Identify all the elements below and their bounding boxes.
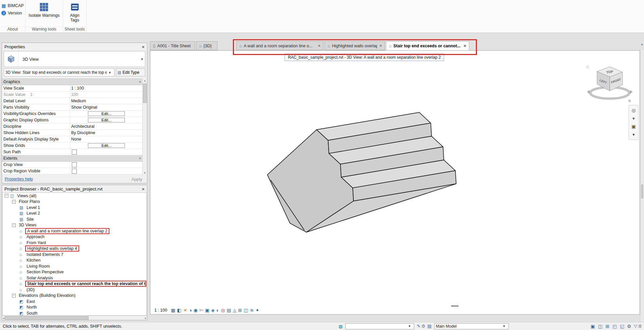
tree-item-a-wall-and-a-room-separation-line-overlap-2[interactable]: ⌂A wall and a room separation line overl… (3, 228, 146, 234)
section-header-extents[interactable]: Extents« (2, 155, 143, 162)
edit-button-graphic-display-options[interactable]: Edit... (88, 118, 125, 122)
tree-item-stair-top-end-exceeds-or-cannot-reach-the-top-elevation-of-tl[interactable]: ⌂Stair top end exceeds or cannot reach t… (3, 281, 146, 287)
viewcube-menu-gear-icon[interactable]: ⚙ (628, 99, 631, 103)
drawing-area[interactable]: TOP LEFT FRONT ⌂ ⚙ ◎▾▣▾ 1 : 100 ▦◧☀◑◉✄▣◈… (150, 50, 640, 315)
crop-view-icon[interactable]: ✄ (199, 308, 203, 313)
scrollbar-thumb[interactable] (143, 84, 147, 103)
sun-path-icon[interactable]: ☀ (183, 308, 188, 313)
tree-item-site[interactable]: ▤Site (3, 216, 146, 222)
lock-3d-view-icon[interactable]: ◈ (211, 308, 215, 313)
viewcube[interactable]: TOP LEFT FRONT ⌂ ⚙ (585, 63, 635, 107)
tree-item-east[interactable]: ◩East (3, 298, 146, 305)
tree-item-living-room[interactable]: ⌂Living Room (3, 263, 146, 269)
browser-hscrollbar[interactable]: ◂ ▸ (2, 316, 147, 320)
isolate-warnings-button[interactable]: Isolate Warnings (26, 2, 62, 18)
home-icon[interactable]: ⌂ (586, 64, 589, 69)
checkbox-sun-path[interactable] (72, 150, 77, 155)
zoom-icon[interactable]: ▣ (631, 122, 636, 130)
design-options-icon[interactable]: ▤ (427, 324, 431, 329)
align-tags-button[interactable]: Align Tags (63, 2, 86, 23)
tree-item-level-2[interactable]: ▤Level 2 (3, 211, 146, 217)
filter-button[interactable]: ▽ :0 (634, 324, 641, 329)
tree-item-3d-views[interactable]: −3D Views (3, 222, 146, 228)
workset-combobox[interactable]: ▾ (345, 323, 414, 329)
detail-level-icon[interactable]: ▦ (171, 308, 175, 313)
expand-collapse-icon[interactable]: − (12, 294, 16, 297)
vscrollbar-thumb[interactable] (641, 184, 643, 199)
edit-type-button[interactable]: ▤ Edit Type (116, 68, 145, 76)
reveal-hidden-elements-icon[interactable]: ◎ (221, 308, 225, 313)
stair-3d-model[interactable] (255, 107, 468, 238)
tree-item-from-yard[interactable]: ⌂From Yard (3, 240, 146, 246)
expand-collapse-icon[interactable]: − (5, 194, 8, 198)
properties-close-icon[interactable]: × (142, 44, 145, 49)
navigation-wheel-icon[interactable]: ◎ (632, 106, 636, 114)
checkbox-crop-region-visible[interactable] (72, 169, 77, 174)
properties-header[interactable]: Properties × (2, 43, 147, 50)
filter-vcb-icon[interactable]: ✦ (255, 308, 259, 313)
tree-item-section-perspective[interactable]: ⌂Section Perspective (3, 269, 146, 275)
close-tab-icon[interactable]: × (463, 43, 466, 48)
rotate-left-arrow-icon[interactable] (587, 90, 590, 94)
settings-gear-icon[interactable]: ⚙ (627, 324, 631, 329)
project-browser-header[interactable]: Project Browser - RAC_basic_sample_proje… (2, 185, 147, 192)
chevron-down-icon[interactable]: ▾ (139, 57, 145, 61)
worksharing-display-icon[interactable]: ≋ (250, 308, 254, 313)
select-pinned-icon[interactable]: ⊞ (605, 324, 609, 329)
properties-scrollbar[interactable]: ▴ ▾ (142, 78, 147, 175)
close-tab-icon[interactable]: × (318, 43, 320, 48)
canvas-vscrollbar[interactable] (640, 50, 644, 322)
tree-item-elevations-building-elevation[interactable]: −Elevations (Building Elevation) (3, 293, 146, 299)
property-value[interactable]: 100 (71, 92, 78, 97)
property-value[interactable]: Architectural (71, 124, 94, 129)
tree-item-kitchen[interactable]: ⌂Kitchen (3, 258, 146, 264)
section-collapse-icon[interactable]: « (138, 81, 142, 83)
analytical-model-icon[interactable]: ◬ (233, 308, 237, 313)
rotate-right-arrow-icon[interactable] (630, 90, 633, 94)
select-links-icon[interactable]: ▣ (591, 324, 595, 329)
render-icon[interactable]: ◉ (194, 308, 198, 313)
view-tab-a-wall-and-a-room-separation-line-o[interactable]: ⌂A wall and a room separation line o...× (236, 41, 324, 50)
tree-item-north[interactable]: ◩North (3, 305, 146, 311)
version-button[interactable]: i Version (1, 11, 23, 15)
editing-requests[interactable]: ✎ :0 (417, 324, 425, 329)
tree-item-level-1[interactable]: ▤Level 1 (3, 205, 146, 211)
scroll-down-icon[interactable]: ▾ (144, 171, 145, 175)
browser-close-icon[interactable]: × (142, 186, 145, 191)
expand-collapse-icon[interactable]: − (12, 200, 16, 204)
scroll-left-icon[interactable]: ◂ (3, 317, 4, 320)
visual-style-icon[interactable]: ◧ (177, 308, 181, 313)
tree-item-views-all[interactable]: −◫Views (all) (3, 193, 146, 199)
property-value[interactable]: None (71, 137, 81, 142)
section-collapse-icon[interactable]: « (138, 157, 142, 159)
wheel-menu-chevron-icon[interactable]: ▾ (632, 114, 635, 122)
view-scale-button[interactable]: 1 : 100 (152, 307, 169, 313)
tree-item-highlighted-walls-overlap-4[interactable]: ⌂Highlighted walls overlap 4 (3, 246, 146, 252)
property-value[interactable]: By Discipline (71, 130, 95, 135)
displacement-icon[interactable]: ◫ (244, 308, 248, 313)
scroll-right-icon[interactable]: ▸ (145, 317, 146, 320)
tree-item-floor-plans[interactable]: −Floor Plans (3, 199, 146, 205)
tab-list-dropdown[interactable]: ▾ (640, 43, 644, 46)
crop-region-icon[interactable]: ▣ (205, 308, 209, 313)
select-underlay-icon[interactable]: ◫ (598, 324, 602, 329)
edit-button-visibility-graphics-overrides[interactable]: Edit... (88, 111, 125, 116)
tree-item-solar-analysis[interactable]: ⌂Solar Analysis (3, 275, 146, 281)
checkbox-crop-view[interactable] (72, 162, 77, 167)
properties-help-link[interactable]: Properties help (5, 177, 33, 181)
edit-button-show-grids[interactable]: Edit... (88, 143, 125, 148)
view-tab-stair-top-end-exceeds-or-cannot[interactable]: ⌂Stair top end exceeds or cannot...× (386, 41, 469, 50)
canvas-hscroll-thumb[interactable] (451, 306, 458, 307)
section-header-graphics[interactable]: Graphics« (2, 79, 143, 85)
tree-item-3d[interactable]: ⌂{3D} (3, 287, 146, 293)
tree-item-approach[interactable]: ⌂Approach (3, 234, 146, 240)
view-instance-combobox[interactable]: 3D View: Stair top end exceeds or cannot… (4, 68, 114, 76)
view-tab-a001-title-sheet[interactable]: ▯A001 - Title Sheet (150, 41, 195, 50)
view-tab-3d[interactable]: ⌂{3D} (196, 41, 217, 50)
drag-on-selection-icon[interactable]: ◱ (620, 324, 624, 329)
constraints-icon[interactable]: ⊞ (238, 308, 242, 313)
temporary-hide-isolate-icon[interactable]: ◐ (216, 308, 219, 313)
tree-item-isolated-elements-7[interactable]: ⌂Isolated Elements 7 (3, 252, 146, 258)
select-by-face-icon[interactable]: ◰ (612, 324, 617, 329)
expand-collapse-icon[interactable]: − (12, 223, 16, 227)
